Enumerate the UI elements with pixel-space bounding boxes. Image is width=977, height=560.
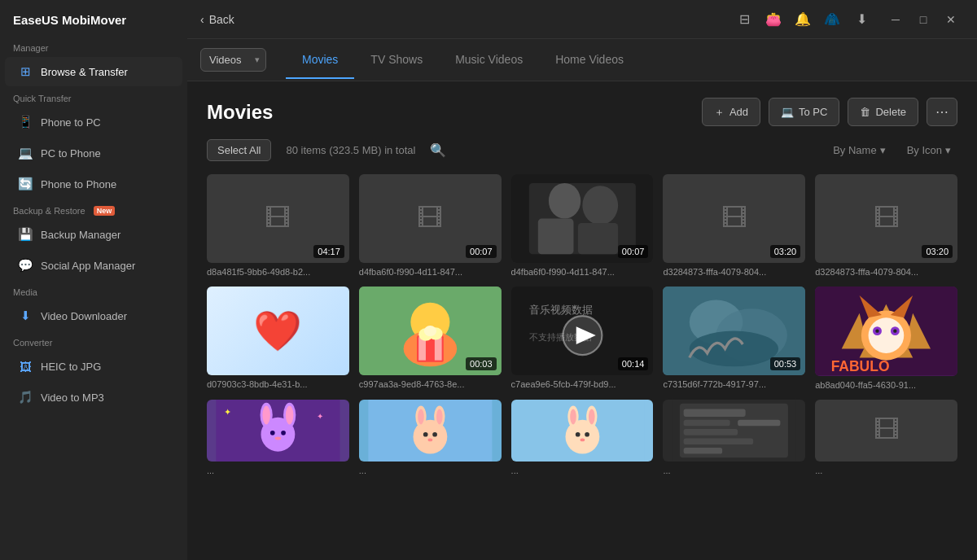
close-button[interactable]: ✕: [938, 7, 964, 33]
social-app-icon: 💬: [18, 258, 33, 273]
phone-to-pc-icon: 📱: [18, 115, 33, 129]
video-label: d3284873-fffa-4079-804...: [815, 267, 957, 277]
svg-point-53: [418, 409, 424, 424]
items-count: 80 items (323.5 MB) in total: [279, 144, 422, 156]
backup-manager-icon: 💾: [18, 227, 33, 242]
window-controls: ─ □ ✕: [883, 7, 964, 33]
mp3-icon: 🎵: [18, 390, 33, 405]
video-item[interactable]: 🎞 04:17 d8a481f5-9bb6-49d8-b2...: [207, 174, 349, 277]
heart-icon: ❤️: [253, 308, 302, 354]
videos-dropdown-wrapper: Videos Photos Music: [200, 48, 266, 72]
back-button[interactable]: ‹ Back: [200, 13, 234, 26]
tab-music-videos[interactable]: Music Videos: [439, 42, 539, 79]
sidebar-item-label: Video to MP3: [41, 392, 104, 404]
svg-rect-72: [684, 429, 738, 435]
video-item[interactable]: ✦ ✦ ...: [207, 400, 349, 475]
sidebar-item-label: Video Downloader: [41, 310, 127, 322]
sidebar-item-browse-transfer[interactable]: ⊞ Browse & Transfer: [5, 57, 182, 86]
video-item[interactable]: 🎞 ...: [815, 400, 957, 475]
delete-label: Delete: [875, 106, 906, 118]
new-badge: New: [94, 206, 116, 216]
to-pc-button[interactable]: 💻 To PC: [769, 98, 839, 126]
film-reel-icon: 🎞: [417, 203, 443, 234]
search-button[interactable]: 🔍: [430, 142, 446, 158]
sidebar-item-backup-manager[interactable]: 💾 Backup Manager: [5, 220, 182, 249]
video-thumbnail: 00:53: [663, 287, 805, 375]
download-icon: ⬇: [853, 11, 870, 28]
video-label: ...: [511, 466, 654, 475]
tabs-list: Movies TV Shows Music Videos Home Videos: [286, 42, 640, 79]
sidebar-item-social-app-manager[interactable]: 💬 Social App Manager: [5, 251, 182, 280]
svg-text:FABULO: FABULO: [831, 358, 890, 374]
delete-button[interactable]: 🗑 Delete: [848, 98, 918, 126]
tab-movies[interactable]: Movies: [286, 42, 354, 79]
maximize-button[interactable]: □: [910, 7, 936, 33]
video-item[interactable]: 00:03 c997aa3a-9ed8-4763-8e...: [359, 287, 502, 389]
device-icon: ⊟: [736, 11, 752, 28]
svg-rect-73: [684, 438, 754, 444]
svg-point-46: [275, 436, 282, 440]
sidebar-item-phone-to-pc[interactable]: 📱 Phone to PC: [5, 107, 182, 137]
video-label: ...: [815, 466, 957, 475]
content-header: Movies ＋ Add 💻 To PC 🗑 Delete ⋯: [207, 98, 957, 126]
video-item[interactable]: 00:07 d4fba6f0-f990-4d11-847...: [511, 174, 654, 277]
video-thumbnail: [663, 400, 805, 462]
video-item[interactable]: 00:53 c7315d6f-772b-4917-97...: [663, 287, 805, 389]
video-item[interactable]: ❤️ d07903c3-8bdb-4e31-b...: [207, 287, 349, 389]
video-label: d4fba6f0-f990-4d11-847...: [359, 267, 502, 277]
svg-point-62: [570, 409, 576, 424]
video-item[interactable]: 🎞 00:07 d4fba6f0-f990-4d11-847...: [359, 174, 502, 277]
svg-rect-12: [435, 338, 442, 361]
more-button[interactable]: ⋯: [927, 98, 957, 126]
app-logo: EaseUS MobiMover: [0, 0, 187, 37]
main-content: ‹ Back ⊟ 👛 🔔 🧥 ⬇ ─ □ ✕ Videos Photos Mus…: [187, 0, 977, 560]
video-downloader-icon: ⬇: [18, 308, 33, 323]
page-title: Movies: [207, 101, 273, 124]
video-item[interactable]: 音乐视频数据 不支持播放数据 00:14 c7aea9e6-5fcb-479f-…: [511, 287, 654, 389]
manager-section-label: Manager: [0, 37, 187, 56]
sidebar-item-video-downloader[interactable]: ⬇ Video Downloader: [5, 301, 182, 330]
svg-point-44: [270, 431, 275, 435]
svg-text:音乐视频数据: 音乐视频数据: [528, 304, 592, 316]
svg-point-55: [423, 431, 428, 436]
svg-point-63: [589, 409, 595, 424]
sidebar-item-pc-to-phone[interactable]: 💻 PC to Phone: [5, 138, 182, 168]
video-item[interactable]: ...: [359, 400, 502, 475]
svg-rect-69: [684, 409, 746, 417]
svg-rect-74: [684, 447, 723, 453]
category-dropdown[interactable]: Videos Photos Music: [200, 48, 266, 72]
add-button[interactable]: ＋ Add: [702, 98, 760, 126]
video-thumbnail: ❤️: [207, 287, 349, 375]
video-item[interactable]: 🎞 03:20 d3284873-fffa-4079-804...: [663, 174, 805, 277]
video-thumbnail: 🎞: [815, 400, 957, 462]
video-label: d07903c3-8bdb-4e31-b...: [207, 379, 349, 389]
sort-icon-arrow: ▾: [945, 144, 951, 156]
sidebar-item-heic-to-jpg[interactable]: 🖼 HEIC to JPG: [5, 352, 182, 381]
tab-home-videos[interactable]: Home Videos: [539, 42, 640, 79]
select-all-button[interactable]: Select All: [207, 139, 271, 161]
sidebar-item-phone-to-phone[interactable]: 🔄 Phone to Phone: [5, 169, 182, 199]
pc-to-phone-icon: 💻: [18, 146, 33, 160]
video-duration: 00:07: [466, 245, 497, 258]
svg-text:✦: ✦: [317, 411, 323, 420]
sort-by-name-button[interactable]: By Name ▾: [826, 141, 892, 160]
video-item[interactable]: ...: [663, 400, 805, 475]
svg-rect-4: [537, 219, 573, 255]
sidebar-item-label: Browse & Transfer: [41, 66, 128, 78]
svg-point-66: [580, 438, 585, 441]
video-thumbnail: 🎞 03:20: [663, 174, 805, 263]
video-item[interactable]: ...: [511, 400, 654, 475]
video-duration: 00:53: [770, 357, 801, 370]
video-item[interactable]: 🎞 03:20 d3284873-fffa-4079-804...: [815, 174, 957, 277]
tab-tv-shows[interactable]: TV Shows: [354, 42, 439, 79]
video-label: ...: [207, 466, 349, 475]
minimize-button[interactable]: ─: [883, 7, 909, 33]
svg-point-35: [875, 330, 878, 333]
svg-point-54: [436, 409, 443, 424]
video-item[interactable]: FABULO ab8ad040-ffa5-4630-91...: [815, 287, 957, 389]
phone-to-phone-icon: 🔄: [18, 177, 33, 191]
svg-rect-71: [738, 419, 781, 426]
sidebar-item-video-to-mp3[interactable]: 🎵 Video to MP3: [5, 383, 182, 412]
video-thumbnail: 00:03: [359, 287, 502, 375]
sort-by-icon-button[interactable]: By Icon ▾: [900, 141, 957, 160]
